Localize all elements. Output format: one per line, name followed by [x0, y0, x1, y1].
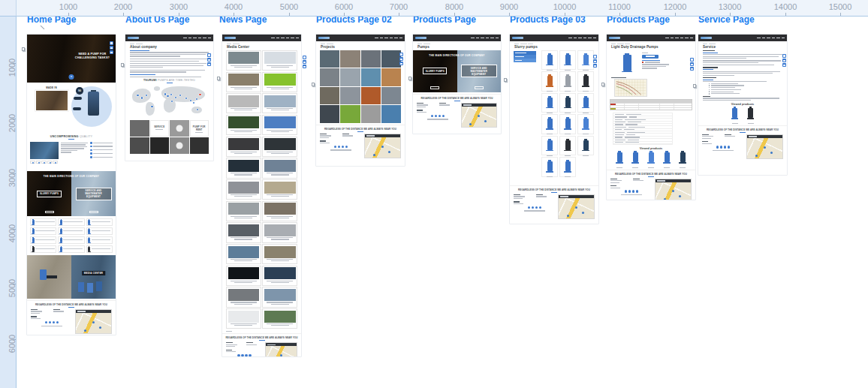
mail-icon[interactable] — [593, 59, 597, 63]
more-button[interactable] — [430, 86, 439, 89]
contact-widget[interactable] — [399, 53, 403, 65]
product-card[interactable] — [559, 157, 576, 177]
phone-icon[interactable] — [207, 53, 211, 57]
news-card[interactable] — [226, 72, 261, 92]
frame-marker-icon[interactable] — [408, 77, 411, 80]
product-card[interactable] — [577, 114, 594, 134]
factory-video-thumbnail[interactable] — [36, 91, 68, 110]
mail-icon[interactable] — [303, 60, 306, 64]
contact-widget[interactable] — [690, 58, 694, 71]
news-card[interactable] — [226, 201, 261, 221]
contact-widget[interactable] — [782, 54, 786, 67]
news-card[interactable] — [226, 179, 261, 200]
site-products-02[interactable]: Projects REGARDLESS OF THE DISTANCE WE A… — [316, 35, 405, 166]
social-links[interactable] — [702, 146, 744, 148]
video-chapter-thumbnails[interactable] — [30, 161, 59, 164]
more-button[interactable] — [475, 86, 484, 89]
quality-video-thumbnail[interactable] — [30, 142, 59, 159]
map-location-dot[interactable] — [175, 97, 176, 98]
news-card[interactable] — [226, 115, 261, 135]
site-service[interactable]: Service Viewed products — [698, 35, 787, 175]
product-card[interactable] — [577, 136, 594, 156]
news-card[interactable] — [226, 266, 261, 286]
news-card[interactable] — [262, 222, 297, 242]
viewed-product-card[interactable] — [646, 152, 657, 168]
product-card[interactable] — [577, 93, 594, 113]
chat-icon[interactable] — [110, 50, 113, 54]
news-card[interactable] — [226, 244, 261, 264]
product-card[interactable] — [559, 136, 576, 156]
news-card[interactable] — [226, 137, 261, 157]
frame-marker-icon[interactable] — [22, 47, 25, 51]
about-photo[interactable] — [150, 137, 170, 154]
map-location-dot[interactable] — [193, 102, 194, 104]
viewed-product-card[interactable] — [677, 152, 689, 168]
about-photo[interactable] — [190, 137, 209, 154]
product-photo[interactable] — [617, 52, 637, 74]
chat-icon[interactable] — [399, 62, 403, 65]
breadcrumb[interactable] — [321, 44, 405, 44]
news-card[interactable] — [262, 72, 297, 92]
site-nav[interactable] — [375, 38, 402, 38]
mail-icon[interactable] — [399, 57, 403, 61]
viewed-product-card[interactable] — [630, 152, 641, 168]
project-photo[interactable] — [340, 87, 360, 105]
rent-card[interactable]: PUMP FOR RENT — [190, 120, 209, 137]
news-card[interactable] — [262, 201, 297, 221]
site-nav[interactable] — [471, 38, 499, 38]
horizontal-ruler[interactable]: 1000 2000 3000 4000 5000 6000 7000 — [0, 0, 868, 17]
chat-icon[interactable] — [303, 65, 306, 68]
map-location-dot[interactable] — [196, 98, 197, 100]
frame-marker-icon[interactable] — [693, 84, 696, 88]
breadcrumb[interactable] — [611, 44, 695, 44]
product-card[interactable] — [559, 93, 576, 113]
category-card[interactable] — [30, 227, 56, 235]
site-logo[interactable] — [225, 37, 236, 39]
category-card[interactable] — [30, 218, 56, 226]
play-button-icon[interactable] — [69, 74, 74, 80]
project-photo[interactable] — [340, 50, 360, 68]
social-links[interactable] — [31, 321, 73, 323]
site-about[interactable]: About company TSURUMI PUMPS ARE TIME-TES… — [125, 35, 213, 161]
breadcrumb[interactable] — [130, 44, 213, 44]
product-card[interactable] — [541, 71, 558, 92]
product-card[interactable] — [559, 71, 576, 92]
contact-widget[interactable] — [207, 53, 211, 66]
more-button[interactable] — [45, 211, 54, 214]
site-home[interactable]: NEED A PUMP FOR CHALLENGING TASKS? MADE … — [27, 35, 116, 335]
site-logo[interactable] — [512, 37, 523, 39]
site-logo[interactable] — [318, 37, 330, 39]
footer-map[interactable] — [558, 194, 595, 219]
footer-map[interactable] — [655, 179, 692, 200]
breadcrumb[interactable] — [514, 44, 598, 44]
mail-icon[interactable] — [782, 59, 786, 62]
news-card[interactable] — [262, 115, 297, 135]
news-card[interactable] — [262, 244, 297, 264]
project-photo[interactable] — [340, 105, 360, 123]
breadcrumb[interactable] — [417, 44, 501, 44]
map-location-dot[interactable] — [197, 109, 198, 110]
site-news[interactable]: Media Center — [222, 35, 301, 356]
project-photo[interactable] — [381, 105, 401, 123]
map-location-dot[interactable] — [199, 94, 200, 95]
site-products-03[interactable]: Slurry pumps — [510, 35, 598, 224]
load-more-link[interactable] — [226, 331, 232, 332]
category-card[interactable] — [86, 227, 113, 235]
news-card[interactable] — [262, 266, 297, 286]
product-card[interactable] — [577, 50, 594, 71]
phone-icon[interactable] — [399, 53, 403, 56]
news-card[interactable] — [262, 287, 297, 307]
site-nav[interactable] — [757, 38, 785, 38]
project-photo[interactable] — [361, 68, 381, 86]
viewed-product-card[interactable] — [729, 107, 740, 124]
category-card[interactable] — [86, 218, 113, 226]
map-location-dot[interactable] — [190, 100, 191, 101]
phone-icon[interactable] — [110, 41, 113, 45]
field-photo-link[interactable] — [27, 255, 71, 299]
project-photo[interactable] — [361, 50, 381, 68]
frame-marker-icon[interactable] — [601, 83, 604, 86]
vertical-ruler[interactable]: 1000 2000 3000 4000 5000 6000 — [0, 17, 17, 388]
social-links[interactable] — [226, 354, 263, 356]
news-card[interactable] — [262, 50, 297, 71]
chat-icon[interactable] — [782, 63, 786, 67]
